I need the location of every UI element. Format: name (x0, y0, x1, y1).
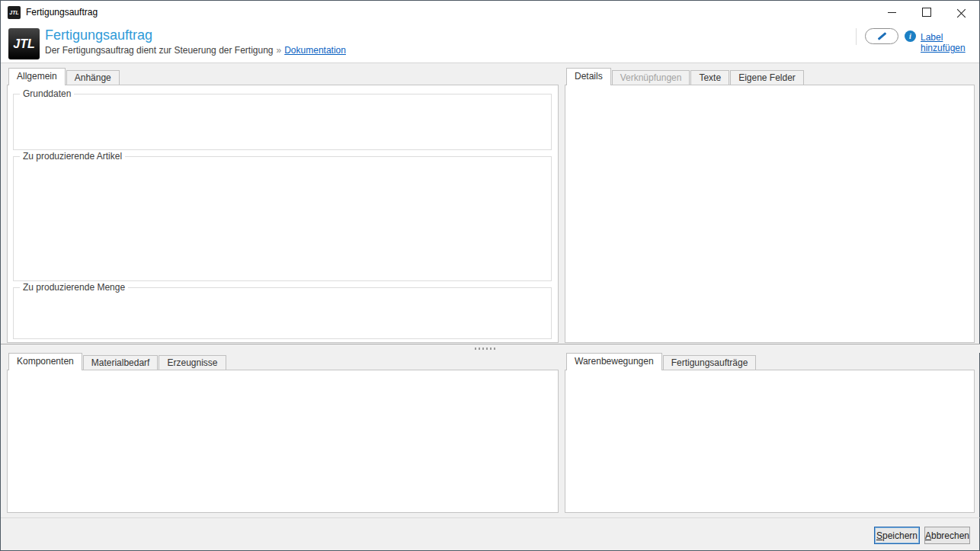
jtl-logo-text: JTL (13, 37, 34, 51)
komponenten-tabstrip: Komponenten Materialbedarf Erzeugnisse (8, 354, 227, 370)
details-panel (565, 85, 975, 343)
titlebar: JTL Fertigungsauftrag (1, 1, 979, 24)
pencil-icon (877, 32, 886, 40)
minimize-icon (888, 12, 896, 13)
tab-erzeugnisse[interactable]: Erzeugnisse (159, 355, 226, 370)
menge-groupbox: Zu produzierende Menge (13, 287, 552, 339)
window-title: Fertigungsauftrag (26, 7, 98, 18)
app-window: JTL Fertigungsauftrag JTL Fertigungsauft… (0, 0, 980, 551)
subtitle-separator: » (277, 45, 282, 56)
close-icon (957, 8, 966, 17)
app-icon: JTL (8, 6, 21, 19)
artikel-groupbox: Zu produzierende Artikel (13, 156, 552, 281)
speichern-button-label: Speichern (876, 530, 918, 541)
splitter-grip-icon[interactable] (475, 348, 495, 350)
tab-anhaenge[interactable]: Anhänge (66, 70, 120, 85)
maximize-button[interactable] (909, 1, 944, 24)
tab-verknuepfungen: Verknüpfungen (612, 70, 690, 85)
documentation-link[interactable]: Dokumentation (284, 45, 346, 56)
maximize-icon (922, 8, 931, 17)
komponenten-panel (7, 370, 559, 513)
jtl-logo: JTL (8, 28, 40, 59)
minimize-button[interactable] (874, 1, 909, 24)
page-subtitle: Der Fertigungsauftrag dient zur Steuerun… (45, 45, 346, 56)
close-button[interactable] (944, 1, 979, 24)
tab-texte[interactable]: Texte (690, 70, 729, 85)
general-tabstrip: Allgemein Anhänge (8, 69, 120, 85)
menge-legend: Zu produzierende Menge (20, 282, 128, 293)
abbrechen-button-label: Abbrechen (925, 530, 969, 541)
warenbewegungen-tabstrip: Warenbewegungen Fertigungsaufträge (566, 354, 757, 370)
artikel-legend: Zu produzierende Artikel (20, 151, 125, 162)
tab-komponenten[interactable]: Komponenten (8, 353, 82, 370)
tab-eigene-felder[interactable]: Eigene Felder (730, 70, 804, 85)
tab-warenbewegungen[interactable]: Warenbewegungen (566, 353, 662, 370)
add-label-link[interactable]: Label hinzufügen (921, 32, 979, 53)
app-icon-text: JTL (9, 10, 18, 15)
tab-details[interactable]: Details (566, 68, 611, 85)
tab-materialbedarf[interactable]: Materialbedarf (83, 355, 159, 370)
abbrechen-button[interactable]: Abbrechen (924, 527, 970, 544)
header-divider (856, 28, 857, 45)
grunddaten-groupbox: Grunddaten (13, 94, 552, 150)
grunddaten-legend: Grunddaten (20, 88, 74, 99)
details-tabstrip: Details Verknüpfungen Texte Eigene Felde… (566, 69, 805, 85)
speichern-button[interactable]: Speichern (874, 527, 920, 544)
edit-label-button[interactable] (865, 28, 898, 44)
tab-allgemein[interactable]: Allgemein (8, 68, 66, 85)
subtitle-text: Der Fertigungsauftrag dient zur Steuerun… (45, 45, 274, 56)
footer-divider (1, 517, 980, 518)
info-icon[interactable]: i (905, 30, 916, 42)
page-title: Fertigungsauftrag (45, 27, 152, 43)
tab-fertigungsauftraege[interactable]: Fertigungsaufträge (663, 355, 757, 370)
warenbewegungen-panel (565, 370, 975, 513)
